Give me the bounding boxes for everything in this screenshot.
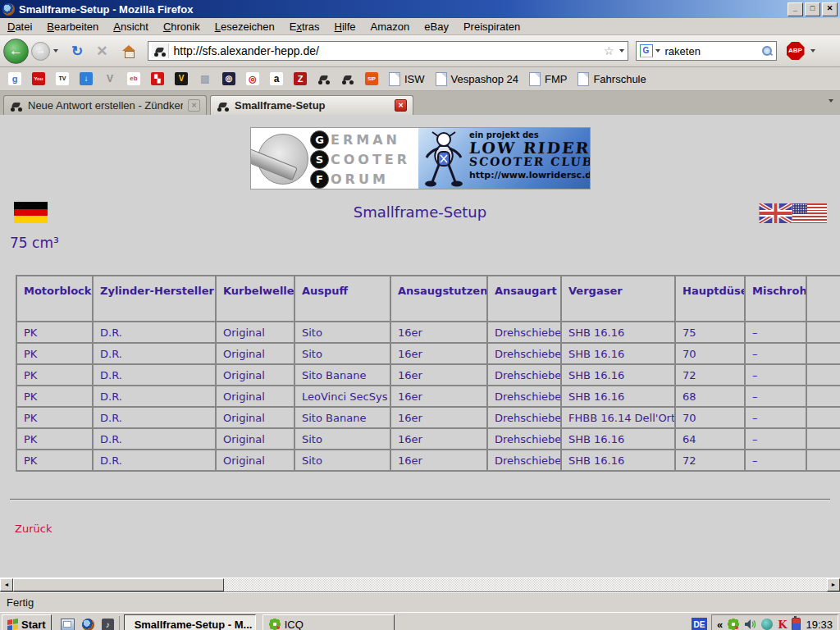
column-header: Kurbelwelle xyxy=(216,276,294,322)
adblock-plus-icon[interactable]: ABP xyxy=(787,42,805,60)
us-flag[interactable] xyxy=(792,203,827,223)
bookmark-youtube[interactable]: You xyxy=(32,72,45,85)
minimize-button[interactable]: _ xyxy=(788,2,803,16)
menu-ebay[interactable]: eBay xyxy=(417,19,456,34)
setup-table-head-row: MotorblockZylinder-HerstellerKurbelwelle… xyxy=(16,276,840,322)
forward-button[interactable]: → xyxy=(31,42,50,61)
table-cell: – xyxy=(745,428,806,450)
language-indicator[interactable]: DE xyxy=(692,618,707,630)
tab-scooter-favicon xyxy=(217,99,230,112)
task-button-1[interactable]: Smallframe-Setup - M... xyxy=(124,614,256,630)
scrollbar-thumb[interactable] xyxy=(13,578,224,591)
show-desktop-icon[interactable] xyxy=(61,619,75,630)
bookmark-scooter-2[interactable] xyxy=(341,72,354,85)
bookmark-download[interactable]: ↓ xyxy=(80,72,93,85)
bookmark-sip[interactable]: SIP xyxy=(365,72,378,85)
navigation-toolbar: ← → ↻ ✕ http://sfs.alexander-hepp.de/ ☆ … xyxy=(0,35,840,67)
menu-extras[interactable]: Extras xyxy=(282,19,327,34)
bookmark-vespashop-24[interactable]: Vespashop 24 xyxy=(436,72,518,86)
bookmark-amazon[interactable]: a xyxy=(270,72,283,85)
bookmark-ebay[interactable]: eb xyxy=(127,72,140,85)
tab-close-button[interactable]: ✕ xyxy=(395,99,407,112)
search-box[interactable]: G raketen xyxy=(636,41,777,61)
reload-button[interactable]: ↻ xyxy=(71,43,83,60)
back-link[interactable]: Zurück xyxy=(15,523,52,535)
table-cell: D.R. xyxy=(93,343,216,364)
bookmark-z-shop[interactable]: Z xyxy=(294,72,307,85)
bookmark-vespa-color[interactable]: V xyxy=(175,72,188,85)
table-cell: D.R. xyxy=(93,386,216,407)
menu-bearbeiten[interactable]: Bearbeiten xyxy=(39,19,106,34)
bookmark-fmp[interactable]: FMP xyxy=(529,72,567,86)
taskbar: Start ♪ Smallframe-Setup - M...ICQ DE « … xyxy=(0,612,840,630)
battery-icon[interactable] xyxy=(792,618,801,630)
column-header: Motorblock xyxy=(16,276,93,322)
firefox-quicklaunch-icon[interactable] xyxy=(82,619,94,630)
home-button[interactable] xyxy=(121,45,136,57)
forward-dropdown-icon[interactable] xyxy=(53,49,58,52)
stop-button[interactable]: ✕ xyxy=(96,43,107,60)
menu-lesezeichen[interactable]: Lesezeichen xyxy=(208,19,282,34)
english-language-flags[interactable] xyxy=(759,203,827,223)
maximize-button[interactable]: □ xyxy=(805,2,820,16)
gsf-lowrider-banner[interactable]: GERMANSCOOTERFORUM ein projekt des LOW R xyxy=(250,127,591,189)
table-cell: Original xyxy=(216,428,294,450)
search-magnifier-icon[interactable] xyxy=(761,45,773,57)
url-bar[interactable]: http://sfs.alexander-hepp.de/ ☆ xyxy=(148,41,628,61)
table-cell: – xyxy=(745,322,806,343)
menu-preispiraten[interactable]: Preispiraten xyxy=(456,19,527,34)
bookmark-red-logo[interactable]: ▚ xyxy=(151,72,164,85)
horizontal-scrollbar[interactable]: ◄ ► xyxy=(0,578,840,591)
menu-hilfe[interactable]: Hilfe xyxy=(327,19,363,34)
kaspersky-icon[interactable]: K xyxy=(778,619,787,630)
bookmark-star-icon[interactable]: ☆ xyxy=(604,44,614,57)
uk-flag[interactable] xyxy=(759,203,792,223)
media-player-icon[interactable]: ♪ xyxy=(102,619,114,630)
sip-icon: SIP xyxy=(365,72,378,85)
gray-part-icon: ▨ xyxy=(199,72,212,85)
search-input[interactable]: raketen xyxy=(665,45,761,57)
table-cell: Original xyxy=(216,407,294,428)
network-monitor-icon[interactable] xyxy=(761,619,773,630)
table-cell: Original xyxy=(216,343,294,364)
bookmark-scooter-1[interactable] xyxy=(317,72,331,85)
tab-overflow-dropdown-icon[interactable] xyxy=(829,99,833,103)
start-button[interactable]: Start xyxy=(2,614,52,630)
scooter-favicon xyxy=(153,44,167,57)
table-row: PKD.R.OriginalSito16erDrehschieberSHB 16… xyxy=(16,450,840,471)
bookmark-tv-info[interactable]: TV xyxy=(56,72,69,85)
bookmark-dark-ring[interactable]: ◎ xyxy=(222,72,235,85)
bookmark-gray-part[interactable]: ▨ xyxy=(199,72,212,85)
close-button[interactable]: ✕ xyxy=(822,2,838,16)
table-row: PKD.R.OriginalSito Banane16erDrehschiebe… xyxy=(16,407,840,428)
tab-2[interactable]: Smallframe-Setup✕ xyxy=(210,95,413,115)
bookmark-target[interactable]: ◎ xyxy=(246,72,259,85)
bookmark-fahrschule[interactable]: Fahrschule xyxy=(578,72,646,86)
url-dropdown-icon[interactable] xyxy=(619,49,624,52)
menu-datei[interactable]: Datei xyxy=(0,19,39,34)
bookmark-isw[interactable]: ISW xyxy=(389,72,425,86)
task-button-2[interactable]: ICQ xyxy=(262,614,395,630)
menu-ansicht[interactable]: Ansicht xyxy=(106,19,156,34)
bookmark-vespa-v[interactable]: V xyxy=(103,72,116,85)
icq-tray-icon[interactable] xyxy=(728,619,739,630)
menu-chronik[interactable]: Chronik xyxy=(156,19,208,34)
menu-amazon[interactable]: Amazon xyxy=(363,19,418,34)
table-cell: 16er xyxy=(390,343,487,364)
tab-close-button[interactable]: ✕ xyxy=(188,99,200,112)
url-input[interactable]: http://sfs.alexander-hepp.de/ xyxy=(174,44,604,57)
tray-chevron-icon[interactable]: « xyxy=(717,619,723,630)
adblock-dropdown-icon[interactable] xyxy=(810,49,815,52)
volume-icon[interactable] xyxy=(744,619,756,630)
column-header: Auspuff xyxy=(294,276,390,322)
google-engine-icon[interactable]: G xyxy=(640,44,653,57)
gsf-row: SCOOTER xyxy=(310,149,410,169)
engine-dropdown-icon[interactable] xyxy=(655,49,660,52)
bookmark-google[interactable]: g xyxy=(8,72,21,85)
scroll-left-button[interactable]: ◄ xyxy=(0,578,13,591)
scroll-right-button[interactable]: ► xyxy=(827,578,840,591)
back-button[interactable]: ← xyxy=(3,39,29,64)
table-cell-cutoff xyxy=(806,364,840,386)
lowrider-url: http://www.lowridersc.de xyxy=(469,170,590,180)
tab-1[interactable]: Neue Antwort erstellen - Zündkerze veru.… xyxy=(3,95,207,115)
